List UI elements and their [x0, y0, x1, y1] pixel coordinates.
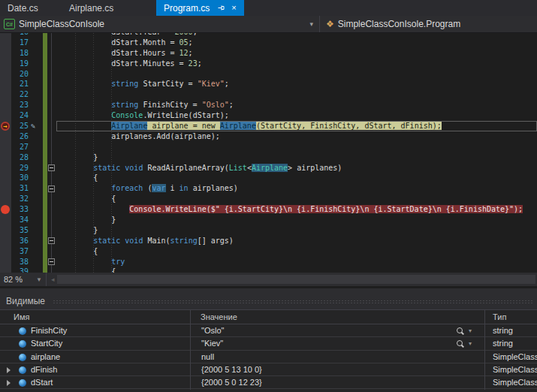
chevron-down-icon[interactable]: ▾: [309, 20, 313, 28]
token: var: [152, 184, 165, 192]
code-line-23[interactable]: 23 string FinishCity = "Oslo";: [0, 100, 537, 110]
code-line-22[interactable]: 22: [0, 89, 537, 100]
collapse-region-icon[interactable]: [48, 164, 55, 171]
chevron-down-icon[interactable]: ▾: [469, 340, 472, 347]
token: string: [170, 237, 198, 245]
line-number: 25: [0, 121, 29, 131]
class-icon: ❖: [326, 19, 334, 29]
variable-value[interactable]: "Oslo": [201, 326, 224, 335]
variable-name: dFinish: [31, 365, 57, 374]
token: Main(: [143, 237, 170, 245]
token: StartCity =: [138, 80, 197, 88]
variable-row-FinishCity[interactable]: FinishCity"Oslo"▾string: [0, 324, 537, 337]
line-number: 33: [0, 204, 29, 215]
code-line-20[interactable]: 20: [0, 69, 537, 80]
code-line-25[interactable]: →25✎ Airplane airplane = new Airplane(St…: [0, 121, 537, 131]
horizontal-scrollbar[interactable]: ◂: [47, 273, 537, 286]
variable-value[interactable]: {2000 5 13 10 0}: [201, 365, 262, 374]
column-header-value[interactable]: Значение: [190, 312, 484, 321]
token: .WriteLine(dStart);: [143, 111, 228, 119]
value-visualizer[interactable]: ▾: [456, 337, 483, 350]
variable-type: SimpleClassCo: [493, 352, 537, 361]
code-line-28[interactable]: 28 }: [0, 152, 537, 163]
line-number: 22: [0, 89, 29, 100]
expand-arrow-icon[interactable]: [7, 380, 11, 386]
token: ;: [193, 33, 198, 36]
code-line-39[interactable]: 39 {: [0, 267, 537, 273]
code-line-30[interactable]: 30 {: [0, 173, 537, 183]
code-text: {: [57, 267, 116, 273]
token: i: [166, 184, 180, 192]
column-separator[interactable]: [484, 309, 485, 390]
column-header-type[interactable]: Тип: [484, 312, 506, 321]
column-header-name[interactable]: Имя: [0, 312, 190, 321]
code-text: }: [57, 225, 98, 236]
code-lines[interactable]: 16 dStart.Year = 2000;17 dStart.Month = …: [0, 33, 537, 273]
token: airplanes.Add(airplane);: [111, 132, 220, 140]
variable-icon: [19, 340, 26, 348]
code-line-31[interactable]: 31 foreach (var i in airplanes): [0, 183, 537, 194]
code-line-37[interactable]: 37 {: [0, 246, 537, 257]
code-line-29[interactable]: 29 static void ReadAirplaneArray(List<Ai…: [0, 163, 537, 173]
line-number: 30: [0, 173, 29, 183]
tab-airplane-cs[interactable]: Airplane.cs: [59, 0, 146, 16]
collapse-region-icon[interactable]: [48, 185, 55, 192]
token: FinishCity =: [138, 101, 201, 109]
variable-value[interactable]: null: [201, 352, 214, 361]
titlebar-grip-dots: [53, 300, 532, 304]
zoom-dropdown[interactable]: 82 % ▼: [0, 273, 47, 286]
code-line-19[interactable]: 19 dStart.Minutes = 23;: [0, 59, 537, 69]
variable-row-dStart[interactable]: dStart{2000 5 0 12 23}SimpleClassCo: [0, 376, 537, 389]
column-separator[interactable]: [190, 309, 191, 390]
variable-value[interactable]: "Kiev": [201, 339, 223, 348]
code-line-17[interactable]: 17 dStart.Month = 05;: [0, 38, 537, 48]
variable-value[interactable]: {2000 5 0 12 23}: [201, 378, 262, 387]
variable-row-StartCity[interactable]: StartCity"Kiev"▾string: [0, 337, 537, 350]
scroll-left-icon[interactable]: ◂: [51, 276, 55, 283]
token: List: [229, 164, 247, 172]
collapse-region-icon[interactable]: [48, 258, 55, 265]
token: Console.WriteLine($" {i.StartCity}\n {i.…: [129, 205, 523, 213]
code-line-18[interactable]: 18 dStart.Hours = 12;: [0, 48, 537, 59]
code-line-34[interactable]: 34 }: [0, 215, 537, 225]
code-line-36[interactable]: 36 static void Main(string[] args): [0, 236, 537, 246]
token: Airplane: [111, 122, 147, 130]
collapse-region-icon[interactable]: [48, 237, 55, 244]
variable-row-airplane[interactable]: airplanenullSimpleClassCo: [0, 351, 537, 363]
code-line-26[interactable]: 26 airplanes.Add(airplane);: [0, 131, 537, 142]
member-dropdown[interactable]: ❖ SimpleClassConIsole.Program: [320, 16, 460, 32]
code-line-35[interactable]: 35 }: [0, 225, 537, 236]
chevron-down-icon[interactable]: ▾: [469, 327, 472, 334]
code-editor[interactable]: 16 dStart.Year = 2000;17 dStart.Month = …: [0, 33, 537, 273]
project-dropdown[interactable]: C# SimpleClassConIsole ▾: [0, 16, 319, 32]
variable-icon: [19, 366, 26, 374]
tab-date-cs[interactable]: Date.cs: [0, 0, 59, 16]
horizontal-scrollbar-track[interactable]: [57, 275, 535, 284]
magnifier-icon[interactable]: [456, 327, 464, 335]
variables-table-header: Имя Значение Тип: [0, 309, 537, 324]
token: in: [180, 184, 189, 192]
autos-window-titlebar[interactable]: Видимые: [0, 288, 537, 309]
token: ReadAirplaneArray(: [143, 164, 228, 172]
close-icon[interactable]: ×: [231, 4, 236, 12]
code-line-38[interactable]: 38 try: [0, 257, 537, 267]
code-line-27[interactable]: 27: [0, 142, 537, 152]
variable-row-dFinish[interactable]: dFinish{2000 5 13 10 0}SimpleClassCo: [0, 363, 537, 376]
code-text: try: [57, 257, 125, 267]
code-line-24[interactable]: 24 Console.WriteLine(dStart);: [0, 110, 537, 121]
magnifier-icon[interactable]: [456, 339, 464, 348]
pin-icon[interactable]: [217, 4, 225, 12]
token: }: [111, 216, 116, 224]
line-number: 38: [0, 257, 29, 267]
expand-arrow-icon[interactable]: [7, 367, 11, 373]
token: dStart.Hours =: [111, 49, 179, 57]
code-line-32[interactable]: 32 {: [0, 194, 537, 204]
value-visualizer[interactable]: ▾: [456, 324, 483, 337]
breakpoint-line-highlight: Console.WriteLine($" {i.StartCity}\n {i.…: [129, 205, 523, 213]
code-line-21[interactable]: 21 string StartCity = "Kiev";: [0, 79, 537, 89]
chevron-down-icon[interactable]: ▼: [36, 276, 42, 283]
code-text: foreach (var i in airplanes): [57, 183, 238, 194]
tab-program-cs[interactable]: Program.cs×: [156, 0, 244, 16]
code-line-33[interactable]: 33 Console.WriteLine($" {i.StartCity}\n …: [0, 204, 537, 215]
code-text: {: [57, 173, 98, 183]
